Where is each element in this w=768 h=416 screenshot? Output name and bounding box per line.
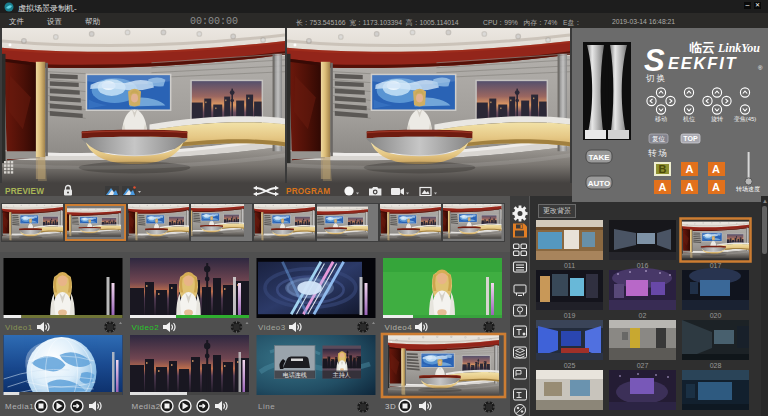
svg-text:TOP: TOP	[683, 135, 698, 142]
svg-text:TAKE: TAKE	[588, 153, 610, 162]
svg-text:EEKFIT: EEKFIT	[668, 54, 738, 72]
svg-text:转场速度: 转场速度	[736, 185, 760, 193]
svg-text:®: ®	[758, 65, 763, 71]
svg-text:Line: Line	[258, 402, 275, 411]
svg-text:PREVIEW: PREVIEW	[5, 187, 44, 196]
svg-text:3D: 3D	[385, 402, 396, 411]
svg-text:临云: 临云	[689, 40, 715, 55]
svg-text:Video3: Video3	[258, 323, 286, 332]
svg-text:PROGRAM: PROGRAM	[286, 187, 330, 196]
svg-text:电话连线: 电话连线	[283, 372, 307, 379]
svg-text:AUTO: AUTO	[588, 179, 611, 188]
svg-text:Video2: Video2	[132, 323, 160, 332]
svg-text:转场: 转场	[648, 148, 669, 158]
svg-text:旋转: 旋转	[711, 116, 723, 123]
svg-text:复位: 复位	[652, 135, 666, 143]
svg-text:主持人: 主持人	[333, 371, 351, 379]
svg-text:Video1: Video1	[5, 323, 33, 332]
svg-text:机位: 机位	[683, 116, 695, 122]
svg-text:变焦(45): 变焦(45)	[734, 115, 757, 123]
svg-text:切换: 切换	[645, 73, 667, 83]
svg-text:LinkYou: LinkYou	[717, 41, 760, 55]
svg-text:Media1: Media1	[5, 402, 34, 411]
svg-text:移动: 移动	[655, 116, 667, 123]
svg-text:Media2: Media2	[132, 402, 161, 411]
svg-text:Video4: Video4	[385, 323, 413, 332]
